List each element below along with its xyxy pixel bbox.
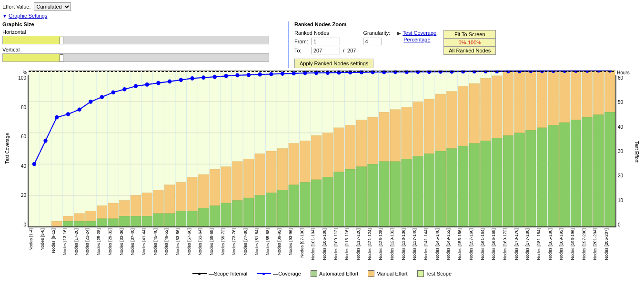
x-label: Nodes [157-160] [469, 228, 480, 261]
x-axis-labels: Nodes [1-4]Nodes [5-8]Nodes [9-12]Nodes … [29, 227, 615, 268]
svg-point-114 [111, 90, 115, 94]
svg-rect-71 [210, 205, 220, 226]
svg-rect-58 [63, 221, 73, 226]
x-label: Nodes [57-60] [187, 228, 198, 256]
y-left-tick-60: 60 [21, 134, 26, 139]
x-label: Nodes [25-28] [96, 228, 108, 256]
apply-ranked-nodes-button[interactable]: Apply Ranked Nodes settings [294, 59, 373, 68]
svg-rect-95 [481, 141, 491, 226]
svg-point-111 [78, 107, 81, 112]
svg-point-125 [235, 73, 239, 77]
horizontal-slider-thumb[interactable] [60, 37, 63, 44]
x-label: Nodes [113-116] [344, 228, 356, 261]
granularity-input[interactable] [363, 38, 382, 45]
svg-point-139 [393, 71, 397, 74]
x-label: Nodes [17-20] [74, 228, 85, 256]
to-separator: / [343, 48, 344, 53]
svg-point-136 [360, 71, 363, 74]
svg-rect-63 [120, 216, 130, 226]
apply-btn-row: Apply Ranked Nodes settings [294, 59, 642, 68]
svg-rect-104 [582, 117, 593, 226]
y-left-tick-40: 40 [21, 164, 26, 169]
all-ranked-nodes-button[interactable]: All Ranked Nodes [444, 47, 495, 54]
test-coverage-link[interactable]: Test Coverage [402, 30, 436, 36]
main-chart: // This will be generated by JS below [29, 70, 615, 227]
svg-rect-75 [255, 195, 265, 226]
x-label: Nodes [169-172] [503, 228, 514, 261]
svg-point-127 [258, 72, 262, 77]
svg-point-122 [201, 75, 205, 80]
x-label: Nodes [41-44] [141, 228, 153, 256]
vertical-slider-thumb[interactable] [60, 54, 63, 62]
svg-rect-96 [492, 138, 502, 226]
svg-point-140 [405, 71, 409, 74]
fit-section: Fit To Screen 0%-100% All Ranked Nodes [443, 30, 496, 55]
manual-effort-label: Manual Effort [376, 271, 407, 276]
svg-rect-68 [176, 211, 186, 226]
ranked-nodes-controls: Ranked Nodes From: To: / 207 Granularity… [294, 30, 642, 55]
svg-rect-101 [548, 125, 559, 226]
x-label: Nodes [49-52] [164, 228, 175, 256]
x-label: Nodes [45-48] [153, 228, 164, 256]
y-right-tick-10: 10 [618, 198, 642, 203]
x-label: Nodes [105-108] [322, 228, 333, 261]
automated-effort-box-icon [311, 270, 317, 277]
svg-point-124 [224, 74, 228, 78]
effort-select[interactable]: Cumulated [34, 2, 71, 11]
x-label: Nodes [5-8] [40, 228, 51, 252]
svg-point-134 [337, 71, 341, 75]
svg-rect-83 [345, 169, 355, 226]
right-axis-title: Test Effort [634, 141, 639, 163]
svg-point-113 [100, 95, 104, 99]
svg-rect-92 [447, 149, 457, 227]
ranked-nodes-panel: Ranked Nodes Zoom Ranked Nodes From: To:… [288, 21, 642, 68]
svg-point-146 [473, 71, 476, 73]
coverage-links-section: ▶ Test Coverage Percentage [397, 30, 436, 42]
svg-rect-61 [97, 219, 107, 226]
svg-point-129 [281, 72, 284, 76]
chart-svg: // This will be generated by JS below [29, 71, 615, 226]
x-label: Nodes [197-200] [582, 228, 593, 261]
vertical-slider-track[interactable] [2, 53, 269, 62]
svg-rect-81 [322, 177, 333, 226]
x-label: Nodes [69-72] [221, 228, 232, 256]
horizontal-slider-track[interactable] [2, 36, 269, 44]
svg-rect-67 [164, 214, 175, 226]
to-total: 207 [347, 48, 356, 53]
svg-point-107 [32, 162, 36, 166]
svg-rect-78 [289, 185, 299, 226]
svg-rect-8 [51, 221, 62, 226]
ranked-nodes-title: Ranked Nodes Zoom [294, 21, 642, 27]
svg-rect-69 [187, 211, 198, 226]
left-axis-title: Test Coverage [5, 133, 10, 164]
to-input[interactable] [312, 47, 340, 54]
svg-point-144 [450, 71, 453, 74]
svg-rect-70 [198, 208, 209, 226]
y-right-tick-0: 0 [618, 222, 642, 227]
fit-to-screen-button[interactable]: Fit To Screen [444, 31, 495, 39]
x-label: Nodes [37-40] [130, 228, 141, 256]
x-label: Nodes [101-104] [311, 228, 322, 261]
horizontal-row: Horizontal [2, 29, 283, 44]
svg-rect-65 [142, 216, 152, 226]
x-label: Nodes [161-164] [480, 228, 492, 261]
svg-point-108 [43, 139, 47, 143]
test-scope-box-icon [417, 270, 424, 277]
svg-point-112 [89, 100, 92, 104]
percentage-link[interactable]: Percentage [403, 37, 436, 42]
x-label: Nodes [109-112] [333, 228, 345, 261]
test-scope-label: Test Scope [426, 271, 452, 276]
left-percent-sign: % [2, 70, 29, 75]
svg-rect-76 [266, 193, 277, 226]
test-coverage-link-row: ▶ Test Coverage [397, 30, 436, 36]
graphic-size-panel: Graphic Size Horizontal Vertical [2, 21, 283, 62]
from-input[interactable] [312, 38, 340, 45]
graphic-settings-link-row: ▼ Graphic Settings [2, 13, 642, 19]
svg-point-143 [439, 71, 443, 74]
scope-interval-label: —Scope Interval [209, 271, 247, 276]
svg-point-118 [156, 81, 160, 85]
x-label: Nodes [129-132] [390, 228, 401, 261]
chart-container: % 100 80 60 40 20 0 Test Coverage [2, 70, 642, 277]
graphic-settings-link[interactable]: Graphic Settings [9, 13, 47, 19]
svg-point-126 [247, 73, 251, 77]
